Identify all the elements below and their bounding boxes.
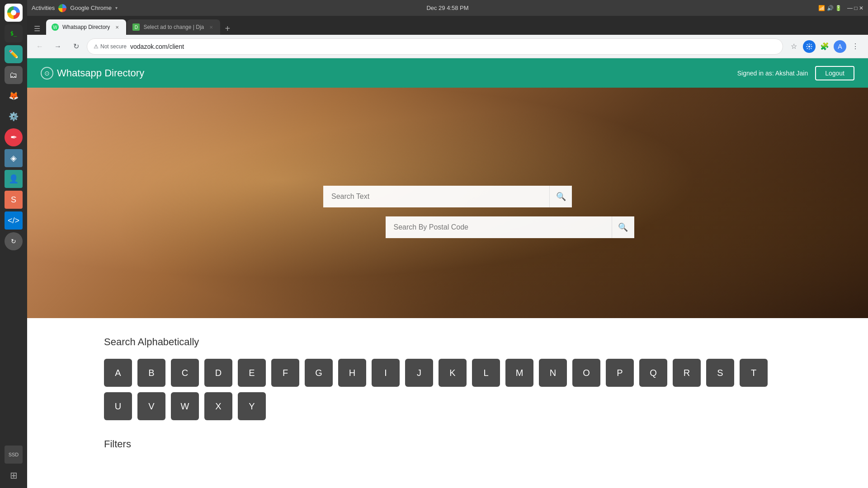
tab-favicon-1: W [52,23,59,31]
page-content: ⊙ Whatsapp Directory Signed in as: Aksha… [27,58,868,488]
extensions-button[interactable]: 🧩 [817,39,832,54]
search-text-button[interactable]: 🔍 [549,186,572,207]
alpha-btn-t[interactable]: T [740,359,768,387]
site-brand[interactable]: ⊙ Whatsapp Directory [41,67,144,80]
back-button[interactable]: ← [33,39,47,54]
title-bar-left: Activities Google Chrome ▾ [32,4,118,12]
address-bar-actions: ☆ 🧩 A ⋮ [787,39,863,54]
forward-button[interactable]: → [51,39,65,54]
browser-window: Activities Google Chrome ▾ Dec 29 4:58 P… [27,0,868,488]
alpha-btn-w[interactable]: W [171,392,199,420]
alpha-buttons-container: ABCDEFGHIJKLMNOPQRSTUVWXY [104,359,791,420]
alpha-btn-a[interactable]: A [104,359,132,387]
red-tool-icon[interactable]: ✒ [5,128,23,146]
tab-whatsapp-directory[interactable]: W Whatsapp Directory ✕ [46,19,126,35]
alpha-btn-q[interactable]: Q [639,359,667,387]
alpha-btn-c[interactable]: C [171,359,199,387]
hero-search-container: 🔍 🔍 [261,186,634,238]
window-controls[interactable]: — □ ✕ [847,5,863,11]
ssd-icon[interactable]: SSD [5,446,23,464]
alpha-section: Search Alphabetically ABCDEFGHIJKLMNOPQR… [27,318,868,429]
green-app-icon[interactable]: 👤 [5,170,23,188]
tab-close-1[interactable]: ✕ [113,23,121,31]
url-bar[interactable]: ⚠ Not secure vodazok.com/client [87,38,783,55]
tab-close-2[interactable]: ✕ [208,23,215,31]
system-tray-icons: 📶 🔊 🔋 [818,5,842,11]
alpha-btn-j[interactable]: J [405,359,433,387]
alpha-btn-b[interactable]: B [137,359,165,387]
new-tab-button[interactable]: + [221,22,234,35]
menu-button[interactable]: ⋮ [848,39,863,54]
alpha-btn-x[interactable]: X [204,392,232,420]
extension-button[interactable] [803,40,816,53]
blue-tool-icon[interactable]: ◈ [5,149,23,167]
search-postal-button[interactable]: 🔍 [612,216,634,238]
not-secure-label: Not secure [100,43,127,50]
tab-django[interactable]: D Select ad to change | Dja ✕ [127,19,220,35]
alpha-btn-u[interactable]: U [104,392,132,420]
alpha-btn-y[interactable]: Y [238,392,266,420]
not-secure-indicator: ⚠ Not secure [94,43,127,50]
text-search-box: 🔍 [323,186,572,207]
search-text-input[interactable] [323,186,549,207]
alpha-btn-s[interactable]: S [706,359,734,387]
activities-button[interactable]: Activities [32,5,55,11]
tab-title-1: Whatsapp Directory [62,24,110,30]
orange-app-icon[interactable]: S [5,191,23,209]
alpha-btn-n[interactable]: N [539,359,567,387]
alpha-btn-d[interactable]: D [204,359,232,387]
tab-favicon-2: D [132,23,140,31]
brand-name: Whatsapp Directory [57,67,144,79]
bookmark-button[interactable]: ☆ [787,39,801,54]
tab-bar: ☰ W Whatsapp Directory ✕ D Select ad to … [27,16,868,35]
alpha-btn-v[interactable]: V [137,392,165,420]
url-text: vodazok.com/client [130,43,184,50]
pencil-icon[interactable]: ✏️ [5,45,23,63]
alpha-btn-l[interactable]: L [472,359,500,387]
alpha-btn-h[interactable]: H [338,359,366,387]
address-bar: ← → ↻ ⚠ Not secure vodazok.com/client ☆ … [27,35,868,58]
firefox-icon[interactable]: 🦊 [5,87,23,105]
terminal-icon[interactable]: $_ [5,24,23,42]
profile-button[interactable]: A [834,40,846,53]
site-navbar: ⊙ Whatsapp Directory Signed in as: Aksha… [27,58,868,88]
reload-button[interactable]: ↻ [69,39,83,54]
browser-dropdown-icon[interactable]: ▾ [115,5,118,10]
title-bar-right: 📶 🔊 🔋 — □ ✕ [818,5,863,11]
alpha-btn-o[interactable]: O [572,359,600,387]
browser-name-label: Google Chrome [70,5,112,11]
alpha-btn-f[interactable]: F [271,359,299,387]
chrome-icon[interactable] [5,4,23,22]
chrome-favicon [58,4,66,12]
lock-icon: ⚠ [94,43,99,50]
tab-title-2: Select ad to change | Dja [143,24,204,30]
settings-icon[interactable]: ⚙️ [5,108,23,126]
svg-point-0 [808,46,810,47]
alpha-section-title: Search Alphabetically [104,336,791,348]
filters-section: Filters [27,429,868,459]
alpha-btn-p[interactable]: P [606,359,634,387]
alpha-btn-k[interactable]: K [439,359,467,387]
datetime-label: Dec 29 4:58 PM [426,5,468,11]
files-icon[interactable]: 🗂 [5,66,23,84]
alpha-btn-g[interactable]: G [305,359,333,387]
postal-search-box: 🔍 [386,216,634,238]
alpha-btn-e[interactable]: E [238,359,266,387]
filters-title: Filters [104,438,791,450]
os-sidebar: $_ ✏️ 🗂 🦊 ⚙️ ✒ ◈ 👤 S </> ↻ SSD ⊞ [0,0,27,488]
brand-icon: ⊙ [41,67,53,80]
logout-button[interactable]: Logout [815,66,854,80]
title-bar: Activities Google Chrome ▾ Dec 29 4:58 P… [27,0,868,16]
alpha-btn-m[interactable]: M [505,359,533,387]
hero-section: 🔍 🔍 [27,88,868,318]
grid-icon[interactable]: ⊞ [5,466,23,484]
signed-in-label: Signed in as: Akshat Jain [737,70,808,77]
alpha-btn-i[interactable]: I [372,359,400,387]
vscode-icon[interactable]: </> [5,211,23,230]
navbar-right: Signed in as: Akshat Jain Logout [737,66,854,80]
sidebar-toggle-button[interactable]: ☰ [31,22,43,35]
alpha-btn-r[interactable]: R [673,359,701,387]
update-icon[interactable]: ↻ [5,232,23,250]
search-postal-input[interactable] [386,216,612,238]
